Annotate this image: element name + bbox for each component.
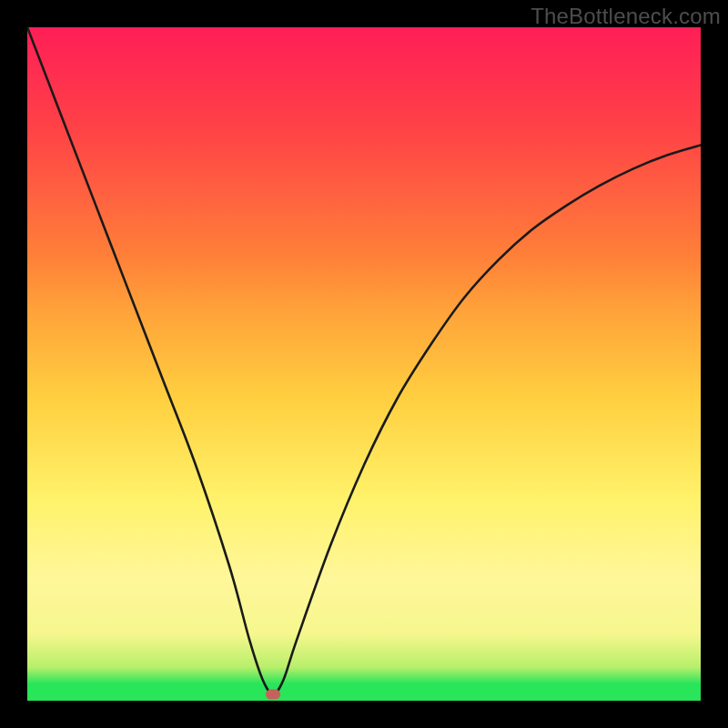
bottleneck-curve [27, 27, 701, 694]
watermark-text: TheBottleneck.com [531, 4, 721, 29]
minimum-marker [266, 689, 280, 699]
plot-area [27, 27, 701, 701]
curve-svg [27, 27, 701, 701]
chart-frame: TheBottleneck.com [0, 0, 728, 728]
